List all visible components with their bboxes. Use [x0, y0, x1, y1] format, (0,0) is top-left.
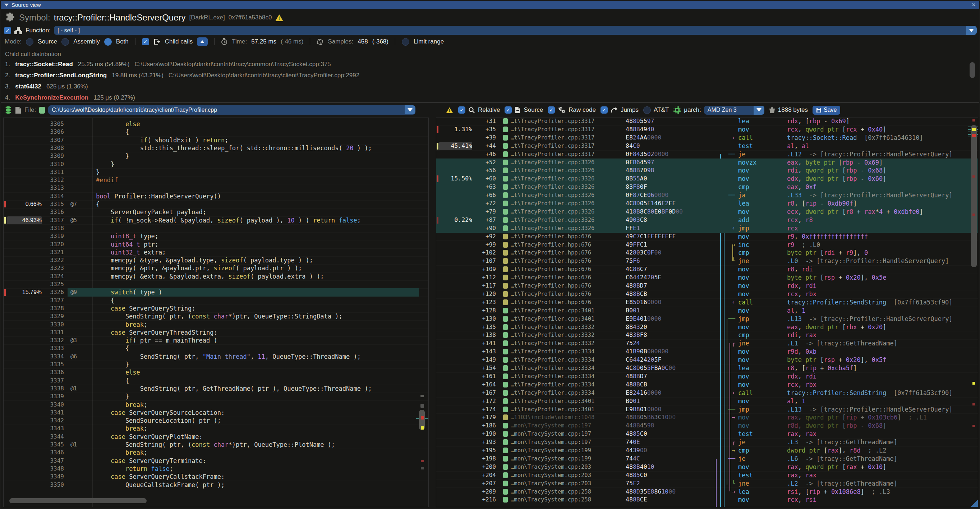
source-label[interactable]: Source — [523, 107, 543, 114]
resize-grip[interactable] — [970, 499, 978, 507]
asm-row[interactable]: +198…mon\TracySystem.cpp:199744C──je.L6 … — [436, 455, 978, 463]
asm-row[interactable]: +138…t\TracyProfiler.cpp:3332483BF8cmprd… — [436, 331, 978, 340]
asm-row[interactable]: +216…mon\TracySystem.cpp:258488BCEmovrcx… — [436, 496, 978, 504]
assembly-vertical-scrollbar[interactable] — [971, 125, 977, 267]
asm-row[interactable]: +109…t\TracyProfiler.hpp:6764C8BC7movr8,… — [436, 265, 978, 274]
asm-row[interactable]: +120…t\TracyProfiler.hpp:676488BCBmovrcx… — [436, 290, 978, 299]
source-line[interactable]: 3343 break; — [3, 425, 428, 433]
child-calls-checkbox[interactable]: ✓ — [142, 38, 149, 45]
asm-row[interactable]: +186…mon\TracySystem.cpp:197448B4598movr… — [436, 422, 978, 430]
asm-row[interactable]: +130…t\TracyProfiler.cpp:3401E9E4010000─… — [436, 315, 978, 323]
source-line[interactable]: 3310 } — [3, 160, 428, 169]
source-line[interactable]: 3311} — [3, 168, 428, 177]
source-line[interactable]: 3334@6 SendString( ptr, "Main thread", 1… — [3, 353, 428, 361]
asm-row[interactable]: +90…t\TracyProfiler.cpp:3326FFE1‹jmprcx — [436, 224, 978, 233]
asm-row[interactable]: +31…t\TracyProfiler.cpp:3317488D5597lear… — [436, 118, 978, 126]
child-call-scrollbar[interactable] — [970, 62, 975, 78]
save-button[interactable]: Save — [813, 106, 840, 115]
asm-row[interactable]: +172…t\TracyProfiler.cpp:3401B001moval, … — [436, 397, 978, 406]
asm-row[interactable]: +174…t\TracyProfiler.cpp:3401E9B8010000─… — [436, 406, 978, 414]
source-line[interactable]: 3339 } — [3, 393, 428, 401]
child-call-item[interactable]: 4.KeSynchronizeExecution125 μs (0.27%) — [5, 94, 135, 102]
source-line[interactable]: 0.66%3315@7{ — [3, 200, 428, 208]
asm-row[interactable]: +39…t\TracyProfiler.cpp:3317E824AA0000‹c… — [436, 134, 978, 142]
source-line[interactable]: 3312#endif — [3, 176, 428, 185]
relative-label[interactable]: Relative — [478, 107, 500, 114]
limit-range-checkbox[interactable] — [402, 38, 409, 46]
asm-row[interactable]: +167…t\TracyProfiler.cpp:3334E824160000‹… — [436, 389, 978, 398]
source-line[interactable]: 3313 — [3, 184, 428, 192]
asm-row[interactable]: +143…t\TracyProfiler.cpp:333441B90B00000… — [436, 348, 978, 356]
source-line[interactable]: 3323 memcpy( &ptr, &payload.ptr, sizeof(… — [3, 264, 428, 272]
asm-row[interactable]: +195…mon\TracySystem.cpp:199443900→cmpdw… — [436, 447, 978, 455]
chevron-down-icon[interactable] — [405, 105, 415, 114]
asm-row[interactable]: +190…mon\TracySystem.cpp:1974885C0testra… — [436, 430, 978, 439]
close-icon[interactable]: × — [972, 1, 976, 9]
asm-row[interactable]: +63…t\TracyProfiler.cpp:332683F80Fcmpeax… — [436, 183, 978, 192]
source-line[interactable]: 3316 ServerQueryPacket payload; — [3, 208, 428, 216]
source-line[interactable]: 3337 { — [3, 377, 428, 385]
asm-row[interactable]: +149…t\TracyProfiler.cpp:3334C64424205Fm… — [436, 356, 978, 364]
source-line[interactable]: 3332@3 if( ptr == m_mainThread ) — [3, 336, 428, 345]
source-line[interactable]: 3305 else — [3, 120, 428, 128]
source-line[interactable]: 3321 uint32_t extra; — [3, 248, 428, 257]
asm-row[interactable]: +66…t\TracyProfiler.cpp:33260F87CE060000… — [436, 191, 978, 200]
asm-row[interactable]: +204…mon\TracySystem.cpp:2034885C0testra… — [436, 471, 978, 480]
source-line[interactable]: 15.79%3326@9 switch( type ) — [3, 288, 428, 297]
source-line[interactable]: 3308 std::this_thread::sleep_for( std::c… — [3, 144, 428, 153]
asm-row[interactable]: +72…t\TracyProfiler.cpp:33264C8D05F146F2… — [436, 199, 978, 208]
source-line[interactable]: 3318 — [3, 224, 428, 232]
source-horizontal-scrollbar[interactable] — [10, 498, 146, 503]
asm-row[interactable]: +135…t\TracyProfiler.cpp:33328B4320movea… — [436, 323, 978, 332]
att-label[interactable]: AT&T — [654, 107, 669, 114]
file-dropdown[interactable]: C:\Users\wolf\Desktop\darkrl\contrib\tra… — [48, 105, 415, 115]
asm-row[interactable]: +117…t\TracyProfiler.hpp:676488BD7movrdx… — [436, 282, 978, 290]
asm-row[interactable]: +52…t\TracyProfiler.cpp:33260FB64597movz… — [436, 159, 978, 167]
asm-row[interactable]: +107…t\TracyProfiler.hpp:67675F6└jne.L0 … — [436, 257, 978, 266]
source-checkbox[interactable]: ✓ — [504, 107, 512, 114]
child-call-item[interactable]: 2.tracy::Profiler::SendLongString19.88 m… — [5, 72, 360, 81]
asm-row[interactable]: +179…1103\include\atomic:1048488B05B63C1… — [436, 414, 978, 422]
mode-option-assembly[interactable]: Assembly — [73, 38, 100, 45]
asm-row[interactable]: +207…mon\TracySystem.cpp:20375F2└jne.L2 … — [436, 480, 978, 488]
source-line[interactable]: 3347 case ServerQueryTerminate: — [3, 457, 428, 465]
radio-both[interactable] — [104, 38, 112, 46]
asm-row[interactable]: +102…t\TracyProfiler.hpp:67642803C0F00cm… — [436, 249, 978, 258]
source-line[interactable]: 3346 break; — [3, 449, 428, 457]
asm-row[interactable]: +56…t\TracyProfiler.cpp:3326488B7D98movr… — [436, 166, 978, 175]
source-line[interactable]: 3335 } — [3, 361, 428, 369]
source-line[interactable]: 3320 uint64_t ptr; — [3, 240, 428, 249]
chevron-down-icon[interactable] — [754, 106, 764, 115]
mode-option-both[interactable]: Both — [116, 38, 129, 45]
radio-source[interactable] — [26, 38, 33, 46]
asm-row[interactable]: 1.31%+35…t\TracyProfiler.cpp:3317488B494… — [436, 126, 978, 134]
asm-row[interactable]: +123…t\TracyProfiler.hpp:676E850160000‹c… — [436, 298, 978, 307]
source-line[interactable]: 3322 memcpy( &type, &payload.type, sizeo… — [3, 256, 428, 264]
child-call-item[interactable]: 3.stat64i32625 μs (1.36%) — [5, 83, 88, 92]
asm-row[interactable]: +154…t\TracyProfiler.cpp:33344C8D055FBA0… — [436, 364, 978, 373]
raw-code-label[interactable]: Raw code — [568, 107, 596, 114]
mode-option-source[interactable]: Source — [38, 38, 57, 45]
child-calls-label[interactable]: Child calls — [165, 38, 192, 45]
chevron-down-icon[interactable] — [966, 26, 977, 35]
source-line[interactable]: 3330 break; — [3, 321, 428, 329]
source-line[interactable]: 3324 memcpy( &extra, &payload.extra, siz… — [3, 272, 428, 281]
limit-range-label[interactable]: Limit range — [414, 38, 444, 45]
source-line[interactable]: 3341 case ServerQuerySourceLocation: — [3, 409, 428, 417]
radio-assembly[interactable] — [62, 38, 69, 46]
source-line[interactable]: 3307 if( shouldExit ) return; — [3, 136, 428, 145]
source-line[interactable]: 3319 uint8_t type; — [3, 232, 428, 240]
source-line[interactable]: 3340 break; — [3, 401, 428, 409]
att-checkbox[interactable] — [643, 107, 651, 114]
asm-row[interactable]: +92…t\TracyProfiler.hpp:67649C7C1FFFFFFF… — [436, 232, 978, 241]
function-dropdown[interactable]: [ - self - ] — [54, 26, 977, 35]
asm-row[interactable]: +128…t\TracyProfiler.cpp:3401B001moval, … — [436, 307, 978, 315]
source-line[interactable]: 3331 case ServerQueryThreadString: — [3, 329, 428, 337]
source-line[interactable]: 3342 SendSourceLocation( ptr ); — [3, 417, 428, 425]
asm-row[interactable]: +200…mon\TracySystem.cpp:203488B4010movr… — [436, 463, 978, 472]
source-line[interactable]: 3350 QueueCallstackFrame( ptr ); — [3, 481, 428, 489]
jumps-checkbox[interactable]: ✓ — [600, 107, 608, 114]
asm-row[interactable]: 15.50%+60…t\TracyProfiler.cpp:33268B55A0… — [436, 175, 978, 183]
source-line[interactable]: 3325 — [3, 280, 428, 289]
asm-row[interactable]: +79…t\TracyProfiler.cpp:3326418B8C80E0BF… — [436, 208, 978, 216]
